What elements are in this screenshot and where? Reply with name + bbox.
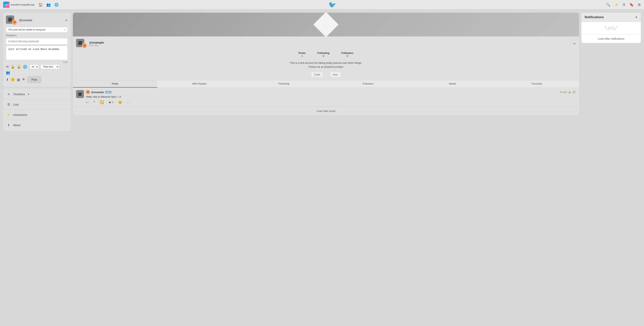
post-plus-icon[interactable]: +: [572, 90, 576, 94]
interactions-icon: ⚡: [7, 113, 11, 117]
nav-icons: 🏠 👥 🌐: [38, 2, 58, 7]
lightning-icon[interactable]: ⚡: [614, 2, 619, 7]
notifications-empty: ¯\_(ツ)_/¯: [582, 22, 641, 34]
reply-button[interactable]: ↩: [86, 100, 88, 104]
sidebar-item-timelines[interactable]: ≡ Timelines ▾: [3, 90, 70, 98]
search-icon[interactable]: 🔍: [606, 2, 610, 7]
mascot-icon: 🐦: [328, 1, 336, 8]
upload-icon[interactable]: ⬆: [6, 78, 9, 82]
profile-banner: [73, 13, 579, 36]
stat-posts[interactable]: Posts 1: [299, 52, 306, 58]
logo[interactable]: nya~ transfem.boywife.top: [3, 2, 34, 8]
lists-label: Lists: [13, 103, 19, 106]
post-button[interactable]: Post: [27, 76, 41, 83]
format-select[interactable]: Plain text Markdown BBCode: [40, 64, 59, 69]
bookmark-icon[interactable]: 🔖: [629, 2, 634, 7]
center-panel: ⬛ 🦊 @example 0 per day ✏ Posts 1 Followi…: [73, 13, 579, 131]
tab-with-replies[interactable]: With Replies: [157, 80, 242, 88]
emoji-icon[interactable]: 🙂: [11, 78, 15, 82]
stat-following[interactable]: Following 0: [318, 52, 330, 58]
unlock-icon[interactable]: 🔓: [17, 65, 21, 69]
left-panel: ⬛ 🦊 @example ✏ This post will be visible…: [3, 13, 70, 131]
profile-stats: Posts 1 Following 0 Followers 0: [73, 48, 579, 60]
tab-favorites[interactable]: Favorites: [495, 80, 579, 88]
posts-label: Posts: [299, 52, 306, 54]
followers-value: 0: [342, 54, 354, 58]
load-older-posts-button[interactable]: Load older posts: [73, 106, 579, 115]
people-icon[interactable]: 👥: [46, 2, 51, 7]
visibility-bar[interactable]: This post will be visible to everyone ×: [6, 27, 68, 32]
more-button[interactable]: ···: [127, 100, 130, 104]
sidebar-nav: ≡ Timelines ▾ ☰ Lists ⚡ Interactions ℹ A…: [3, 88, 70, 131]
topnav: nya~ transfem.boywife.top 🏠 👥 🌐 🐦 🔍 ⚡ ☰ …: [0, 0, 644, 10]
profile-tabs: Posts With Replies Following Followers M…: [73, 80, 579, 88]
visibility-text: This post will be visible to everyone: [8, 28, 45, 31]
sidebar-item-interactions[interactable]: ⚡ Interactions: [3, 110, 70, 119]
notifications-card: Notifications ▼ ¯\_(ツ)_/¯ Load older not…: [582, 13, 641, 43]
profile-edit-icon[interactable]: ✏: [573, 42, 576, 46]
preview-toggle[interactable]: Preview ▾: [6, 34, 68, 37]
logo-badge: nya~: [3, 2, 10, 8]
load-older-notifications-button[interactable]: Load older notifications: [582, 34, 641, 43]
notifications-title: Notifications: [584, 16, 604, 19]
compose-avatar-overlay: 🦊: [12, 20, 17, 25]
post-text-input[interactable]: Just arrived at Luna Nova Academy: [6, 46, 68, 60]
sidebar-item-lists[interactable]: ☰ Lists: [3, 100, 70, 109]
profile-field-1: Cube: [312, 72, 322, 77]
profile-field-2: true;: [330, 72, 340, 77]
interactions-label: Interactions: [13, 113, 27, 116]
people-small-icon[interactable]: 👥: [6, 70, 10, 75]
language-select[interactable]: en: [30, 64, 38, 69]
globe-small-icon[interactable]: 🌐: [23, 65, 27, 69]
content-warning-input[interactable]: [6, 38, 68, 44]
post-item: ⬛ 🦊 @example nya~ 2d ago 🔓 +: [73, 88, 579, 106]
eye-off-icon[interactable]: 👁: [22, 78, 25, 82]
profile-avatar-stack: ⬛ 🦊: [76, 39, 87, 48]
compose-edit-icon[interactable]: ✏: [65, 18, 68, 22]
profile-name-area: @example 0 per day: [89, 41, 104, 46]
tab-following[interactable]: Following: [242, 80, 326, 88]
lock-icon[interactable]: 🔒: [11, 65, 15, 69]
profile-bio: This is a test account for taking pretty…: [73, 60, 579, 70]
post-header: 🦊 @example nya~ 2d ago 🔓 +: [86, 90, 576, 94]
topnav-center: 🐦: [61, 1, 604, 8]
quote-button[interactable]: ❝: [93, 100, 95, 104]
star-count: 1: [112, 101, 114, 104]
notifications-filter-icon[interactable]: ▼: [635, 16, 638, 19]
profile-header: ⬛ 🦊 @example 0 per day ✏: [73, 36, 579, 48]
home-icon[interactable]: 🏠: [38, 2, 43, 7]
emoji-react-button[interactable]: 😊: [118, 100, 122, 104]
following-label: Following: [318, 52, 330, 54]
sidebar-item-about[interactable]: ℹ About: [3, 121, 70, 129]
notifications-header: Notifications ▼: [582, 13, 641, 22]
settings-icon[interactable]: ⚙: [638, 2, 641, 7]
repost-button[interactable]: 🔁: [100, 100, 104, 104]
compose-card: ⬛ 🦊 @example ✏ This post will be visible…: [3, 13, 70, 86]
profile-fields: Cube true;: [73, 70, 579, 80]
tab-media[interactable]: Media: [410, 80, 495, 88]
post-body: Hello, this is Akkoma! Nya~! :3: [86, 95, 576, 99]
sidebar-divider-1: [3, 99, 70, 100]
star-button[interactable]: ★ 1: [108, 100, 114, 104]
tab-posts[interactable]: Posts: [73, 80, 157, 88]
template-icon[interactable]: ▦: [17, 78, 20, 82]
profile-posts: ⬛ 🦊 @example nya~ 2d ago 🔓 +: [73, 88, 579, 115]
followers-label: Followers: [342, 52, 354, 54]
email-icon[interactable]: ✉: [6, 65, 9, 69]
shrug-text: ¯\_(ツ)_/¯: [604, 26, 618, 30]
timelines-icon: ≡: [7, 92, 11, 96]
stat-followers[interactable]: Followers 0: [342, 52, 354, 58]
bio-follow-link[interactable]: @abbieoverflight: [324, 65, 344, 68]
globe-icon[interactable]: 🌐: [54, 2, 58, 7]
profile-handle: @example: [89, 41, 104, 44]
profile-banner-diamond: [313, 13, 338, 37]
sidebar-divider-3: [3, 120, 70, 120]
list-icon[interactable]: ☰: [622, 3, 626, 6]
visibility-close-button[interactable]: ×: [64, 28, 66, 31]
right-panel: Notifications ▼ ¯\_(ツ)_/¯ Load older not…: [582, 13, 641, 131]
bio-text: This is a test account for taking pretty…: [81, 61, 571, 65]
post-author-avatar: 🦊: [86, 90, 90, 94]
tab-followers[interactable]: Followers: [326, 80, 410, 88]
about-icon: ℹ: [7, 123, 11, 127]
compose-username: @example: [19, 18, 32, 22]
